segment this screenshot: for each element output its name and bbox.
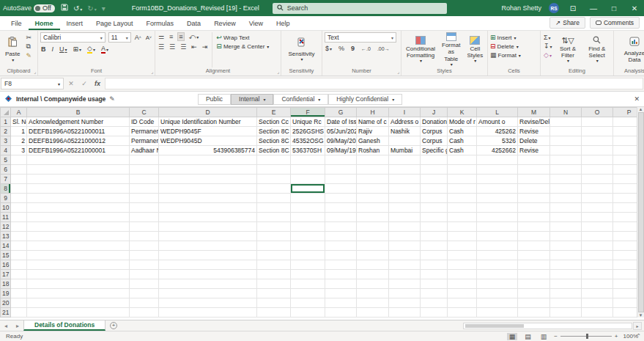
column-header-D[interactable]: D bbox=[159, 108, 257, 117]
cell-L7[interactable] bbox=[477, 175, 518, 184]
cell-L13[interactable] bbox=[477, 232, 518, 241]
cell-I2[interactable]: Nashik bbox=[389, 127, 421, 136]
tab-page-layout[interactable]: Page Layout bbox=[89, 18, 140, 30]
cell-J17[interactable] bbox=[421, 270, 448, 279]
row-header-2[interactable]: 2 bbox=[1, 127, 11, 136]
cut-icon[interactable]: ✂ bbox=[25, 34, 32, 41]
row-header-8[interactable]: 8 bbox=[1, 184, 11, 194]
undo-icon[interactable]: ↺▾ bbox=[73, 4, 82, 12]
cell-D20[interactable] bbox=[159, 298, 257, 308]
column-header-B[interactable]: B bbox=[27, 108, 130, 117]
comma-style-icon[interactable]: 9 bbox=[350, 45, 355, 52]
cell-J19[interactable] bbox=[421, 289, 448, 298]
cell-F10[interactable] bbox=[291, 203, 325, 213]
column-header-M[interactable]: M bbox=[518, 108, 550, 117]
cell-K13[interactable] bbox=[448, 232, 477, 241]
vertical-scroll-thumb[interactable] bbox=[638, 112, 644, 312]
cell-K2[interactable]: Cash bbox=[448, 127, 477, 136]
cell-G12[interactable] bbox=[325, 222, 357, 232]
cell-M3[interactable]: Delete bbox=[518, 136, 550, 146]
cell-F17[interactable] bbox=[291, 270, 325, 279]
cell-I20[interactable] bbox=[389, 298, 421, 308]
cell-H16[interactable] bbox=[357, 260, 389, 270]
cell-O21[interactable] bbox=[582, 308, 613, 318]
grow-font-icon[interactable]: A˄ bbox=[134, 34, 142, 41]
cell-A12[interactable] bbox=[11, 222, 27, 232]
cell-E16[interactable] bbox=[257, 260, 291, 270]
cell-I16[interactable] bbox=[389, 260, 421, 270]
cell-F12[interactable] bbox=[291, 222, 325, 232]
cell-B14[interactable] bbox=[27, 241, 130, 251]
format-cells-button[interactable]: ▦Format▾ bbox=[490, 51, 521, 59]
cell-F8[interactable] bbox=[291, 184, 325, 194]
cell-H5[interactable] bbox=[357, 155, 389, 165]
align-bottom-icon[interactable]: ≡ bbox=[177, 32, 184, 41]
column-header-F[interactable]: F bbox=[291, 108, 325, 117]
cell-I1[interactable]: Address o bbox=[389, 117, 421, 127]
cell-L20[interactable] bbox=[477, 298, 518, 308]
cell-D13[interactable] bbox=[159, 232, 257, 241]
cell-B6[interactable] bbox=[27, 165, 130, 175]
number-format-select[interactable]: Text▾ bbox=[325, 32, 396, 43]
cell-A1[interactable]: Sl. No. bbox=[11, 117, 27, 127]
cell-H20[interactable] bbox=[357, 298, 389, 308]
cell-D19[interactable] bbox=[159, 289, 257, 298]
sensitivity-option-public[interactable]: Public bbox=[198, 94, 231, 105]
cancel-icon[interactable]: ✕ bbox=[65, 80, 77, 87]
cell-F9[interactable] bbox=[291, 194, 325, 203]
conditional-formatting-button[interactable]: Conditional Formatting▾ bbox=[404, 32, 437, 67]
cell-D4[interactable]: 543906385774 bbox=[159, 146, 257, 155]
cell-E3[interactable]: Section 8C bbox=[257, 136, 291, 146]
row-header-9[interactable]: 9 bbox=[1, 194, 11, 203]
zoom-in-icon[interactable]: + bbox=[615, 333, 618, 340]
cell-K18[interactable] bbox=[448, 279, 477, 289]
cell-M17[interactable] bbox=[518, 270, 550, 279]
cell-F21[interactable] bbox=[291, 308, 325, 318]
tab-insert[interactable]: Insert bbox=[60, 18, 90, 30]
cell-D17[interactable] bbox=[159, 270, 257, 279]
maximize-button[interactable]: □ bbox=[607, 4, 621, 12]
merge-center-button[interactable]: ⊟Merge & Center▾ bbox=[216, 43, 269, 50]
cell-M18[interactable] bbox=[518, 279, 550, 289]
percent-icon[interactable]: % bbox=[338, 45, 345, 52]
column-header-K[interactable]: K bbox=[448, 108, 477, 117]
cell-C6[interactable] bbox=[130, 165, 159, 175]
cell-J7[interactable] bbox=[421, 175, 448, 184]
row-header-16[interactable]: 16 bbox=[1, 260, 11, 270]
cell-E19[interactable] bbox=[257, 289, 291, 298]
zoom-out-icon[interactable]: − bbox=[554, 333, 558, 340]
cell-L15[interactable] bbox=[477, 251, 518, 260]
align-right-icon[interactable]: ☰ bbox=[179, 43, 187, 51]
cell-N18[interactable] bbox=[550, 279, 582, 289]
cell-G6[interactable] bbox=[325, 165, 357, 175]
cell-B4[interactable]: DEEFB1996A05221000001 bbox=[27, 146, 130, 155]
cell-F19[interactable] bbox=[291, 289, 325, 298]
cell-E20[interactable] bbox=[257, 298, 291, 308]
cell-L10[interactable] bbox=[477, 203, 518, 213]
cell-M7[interactable] bbox=[518, 175, 550, 184]
cell-H13[interactable] bbox=[357, 232, 389, 241]
column-header-I[interactable]: I bbox=[389, 108, 421, 117]
cell-E15[interactable] bbox=[257, 251, 291, 260]
cell-O18[interactable] bbox=[582, 279, 613, 289]
cell-B1[interactable]: Acknowledgement Number bbox=[27, 117, 130, 127]
cell-E12[interactable] bbox=[257, 222, 291, 232]
sheet-tab-details-of-donations[interactable]: Details of Donations bbox=[23, 320, 106, 331]
cell-D18[interactable] bbox=[159, 279, 257, 289]
cell-L6[interactable] bbox=[477, 165, 518, 175]
cell-I12[interactable] bbox=[389, 222, 421, 232]
cell-G21[interactable] bbox=[325, 308, 357, 318]
cell-J1[interactable]: Donation bbox=[421, 117, 448, 127]
cell-C21[interactable] bbox=[130, 308, 159, 318]
cell-J20[interactable] bbox=[421, 298, 448, 308]
cell-O10[interactable] bbox=[582, 203, 613, 213]
cell-L8[interactable] bbox=[477, 184, 518, 194]
cell-G17[interactable] bbox=[325, 270, 357, 279]
cell-H11[interactable] bbox=[357, 213, 389, 222]
cell-G16[interactable] bbox=[325, 260, 357, 270]
cell-C17[interactable] bbox=[130, 270, 159, 279]
cell-A6[interactable] bbox=[11, 165, 27, 175]
sensitivity-option-highly-confidential[interactable]: Highly Confidential▾ bbox=[328, 94, 402, 105]
cell-A7[interactable] bbox=[11, 175, 27, 184]
cell-C3[interactable]: Permanent bbox=[130, 136, 159, 146]
